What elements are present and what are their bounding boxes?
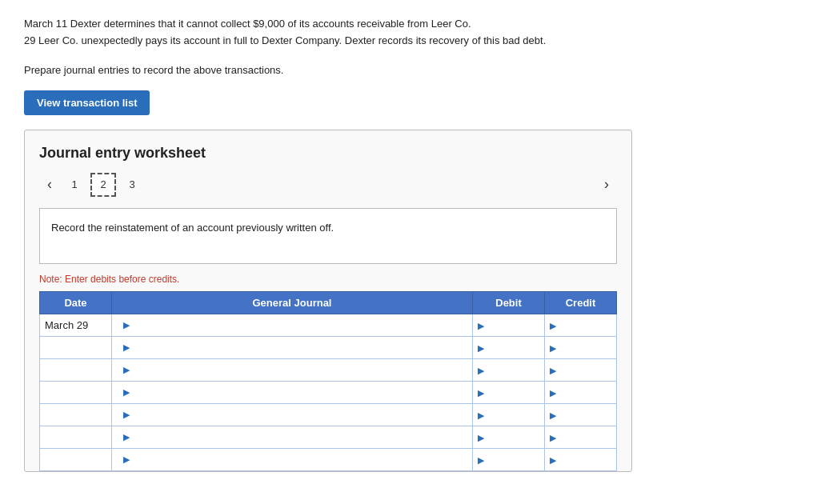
tab-2[interactable]: 2 <box>90 173 116 197</box>
journal-cell[interactable]: ▶ <box>112 314 473 336</box>
tab-prev-arrow[interactable]: ‹ <box>39 173 60 196</box>
credit-arrow-icon: ▶ <box>550 433 556 442</box>
date-cell[interactable] <box>40 448 112 470</box>
entry-description: Record the reinstatement of an account p… <box>39 208 617 264</box>
date-cell[interactable] <box>40 336 112 358</box>
col-header-debit: Debit <box>473 291 545 314</box>
debit-arrow-icon: ▶ <box>478 366 484 375</box>
tab-next-arrow[interactable]: › <box>596 173 617 196</box>
credit-cell[interactable]: ▶ <box>545 381 617 403</box>
row-arrow-icon: ▶ <box>123 342 130 353</box>
intro-block: March 11 Dexter determines that it canno… <box>24 16 789 50</box>
debit-cell[interactable]: ▶ <box>473 403 545 426</box>
table-row: ▶▶▶ <box>40 448 617 470</box>
table-row: ▶▶▶ <box>40 426 617 448</box>
journal-cell[interactable]: ▶ <box>112 426 473 448</box>
debit-cell[interactable]: ▶ <box>473 336 545 358</box>
table-row: ▶▶▶ <box>40 381 617 403</box>
debit-arrow-icon: ▶ <box>478 410 484 420</box>
credit-cell[interactable]: ▶ <box>545 403 617 426</box>
tab-3[interactable]: 3 <box>119 173 145 197</box>
row-arrow-icon: ▶ <box>123 387 130 398</box>
debit-arrow-icon: ▶ <box>478 433 484 442</box>
prepare-label: Prepare journal entries to record the ab… <box>24 64 789 76</box>
debit-arrow-icon: ▶ <box>478 388 484 398</box>
intro-line1: March 11 Dexter determines that it canno… <box>24 16 789 33</box>
credit-arrow-icon: ▶ <box>550 410 556 420</box>
credit-cell[interactable]: ▶ <box>545 336 617 358</box>
row-arrow-icon: ▶ <box>123 320 130 330</box>
credit-arrow-icon: ▶ <box>550 455 556 465</box>
view-transaction-list-button[interactable]: View transaction list <box>24 90 150 115</box>
debit-cell[interactable]: ▶ <box>473 358 545 381</box>
journal-cell[interactable]: ▶ <box>112 381 473 403</box>
col-header-credit: Credit <box>545 291 617 314</box>
debit-cell[interactable]: ▶ <box>473 314 545 336</box>
date-cell[interactable] <box>40 358 112 381</box>
tab-navigation: ‹ 1 2 3 › <box>39 173 617 197</box>
journal-entry-worksheet: Journal entry worksheet ‹ 1 2 3 › Record… <box>24 130 632 472</box>
date-cell[interactable] <box>40 403 112 426</box>
debit-arrow-icon: ▶ <box>478 343 484 353</box>
date-cell[interactable] <box>40 381 112 403</box>
tab-1[interactable]: 1 <box>62 173 87 197</box>
credit-cell[interactable]: ▶ <box>545 448 617 470</box>
row-arrow-icon: ▶ <box>123 365 130 375</box>
col-header-date: Date <box>40 291 112 314</box>
debit-cell[interactable]: ▶ <box>473 448 545 470</box>
row-arrow-icon: ▶ <box>123 410 130 420</box>
debit-arrow-icon: ▶ <box>478 455 484 465</box>
table-row: ▶▶▶ <box>40 336 617 358</box>
row-arrow-icon: ▶ <box>123 454 130 465</box>
date-cell[interactable]: March 29 <box>40 314 112 336</box>
journal-entry-table: Date General Journal Debit Credit March … <box>39 291 617 471</box>
credit-cell[interactable]: ▶ <box>545 314 617 336</box>
credit-arrow-icon: ▶ <box>550 366 556 375</box>
col-header-journal: General Journal <box>112 291 473 314</box>
journal-cell[interactable]: ▶ <box>112 448 473 470</box>
credit-arrow-icon: ▶ <box>550 321 556 330</box>
date-cell[interactable] <box>40 426 112 448</box>
journal-cell[interactable]: ▶ <box>112 403 473 426</box>
row-arrow-icon: ▶ <box>123 432 130 442</box>
debit-arrow-icon: ▶ <box>478 321 484 330</box>
credit-arrow-icon: ▶ <box>550 388 556 398</box>
note-text: Note: Enter debits before credits. <box>39 274 617 285</box>
debit-cell[interactable]: ▶ <box>473 426 545 448</box>
table-row: ▶▶▶ <box>40 403 617 426</box>
table-row: March 29▶▶▶ <box>40 314 617 336</box>
credit-cell[interactable]: ▶ <box>545 426 617 448</box>
journal-cell[interactable]: ▶ <box>112 336 473 358</box>
debit-cell[interactable]: ▶ <box>473 381 545 403</box>
table-row: ▶▶▶ <box>40 358 617 381</box>
intro-line2: 29 Leer Co. unexpectedly pays its accoun… <box>24 33 789 50</box>
worksheet-title: Journal entry worksheet <box>39 145 617 162</box>
credit-arrow-icon: ▶ <box>550 343 556 353</box>
credit-cell[interactable]: ▶ <box>545 358 617 381</box>
journal-cell[interactable]: ▶ <box>112 358 473 381</box>
